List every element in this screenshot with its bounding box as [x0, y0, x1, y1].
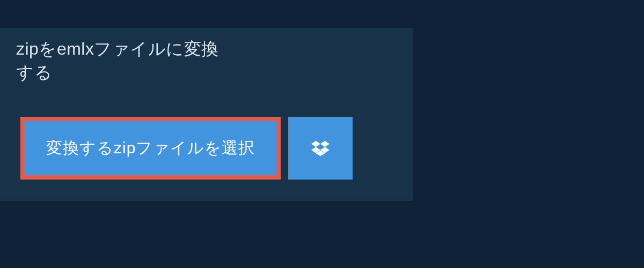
converter-panel: zipをemlxファイルに変換する 変換するzipファイルを選択 [0, 28, 413, 201]
button-row: 変換するzipファイルを選択 [0, 96, 413, 180]
title-bar: zipをemlxファイルに変換する [0, 28, 236, 96]
page-title: zipをemlxファイルに変換する [16, 38, 220, 85]
dropbox-button[interactable] [288, 117, 353, 180]
select-file-button[interactable]: 変換するzipファイルを選択 [20, 117, 281, 180]
dropbox-icon [311, 139, 330, 158]
